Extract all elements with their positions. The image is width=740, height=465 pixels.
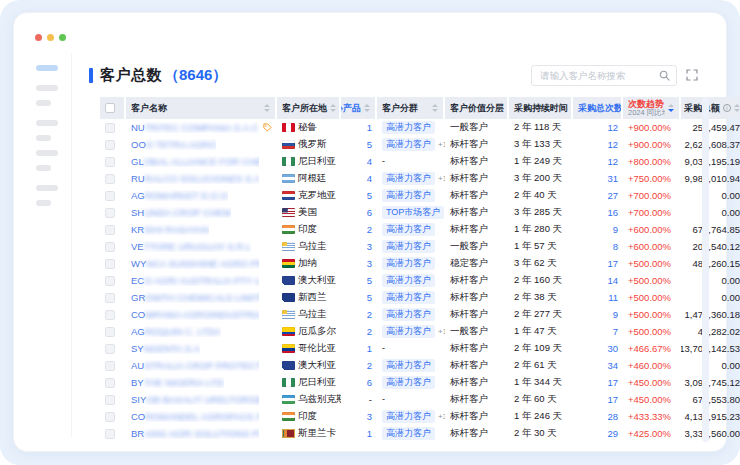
purchase-count[interactable]: 27	[573, 190, 623, 201]
customer-name-link[interactable]: ECO AGRI AUSTRALIA PTY LIMITED	[131, 275, 259, 286]
table-row[interactable]: COROMANDEL AGROPACK PRIVATE L... 印度 3 高潜…	[100, 408, 730, 425]
sort-icon-active[interactable]	[668, 104, 674, 112]
table-row[interactable]: VETTORE URUGUAY S.R.L 乌拉圭 3 高潜力客户 一般客户 1…	[100, 238, 730, 255]
customer-name-link[interactable]: AUSTRALIA CROP PROTECTION P...	[131, 360, 259, 371]
table-row[interactable]: NUTRITEC COMPANIA S.A.C 秘鲁 1 高潜力客户 一般客户 …	[100, 119, 730, 136]
row-checkbox[interactable]	[105, 412, 115, 422]
row-checkbox[interactable]	[105, 208, 115, 218]
sidebar-item[interactable]	[36, 165, 51, 171]
search-icon[interactable]	[659, 70, 670, 81]
customer-name-link[interactable]: AGROQUIN C. LTDA	[131, 326, 221, 337]
sidebar-item-active[interactable]	[36, 65, 58, 71]
fullscreen-icon[interactable]	[686, 69, 698, 81]
table-row[interactable]: AUSTRALIA CROP PROTECTION P... 澳大利亚 2 高潜…	[100, 357, 730, 374]
sidebar-item[interactable]	[36, 85, 58, 91]
purchase-count[interactable]: 12	[573, 122, 623, 133]
search-input[interactable]	[538, 69, 659, 82]
table-row[interactable]: GROWTH CHEMICALS LIMITED 新西兰 5 高潜力客户 标杆客…	[100, 289, 730, 306]
core-products-count[interactable]: 2	[367, 360, 372, 371]
purchase-count[interactable]: 8	[573, 241, 623, 252]
table-row[interactable]: ECO AGRI AUSTRALIA PTY LIMITED 澳大利亚 5 高潜…	[100, 272, 730, 289]
maximize-window-icon[interactable]	[59, 34, 66, 41]
row-checkbox[interactable]	[105, 361, 115, 371]
purchase-count[interactable]: 12	[573, 156, 623, 167]
row-checkbox[interactable]	[105, 123, 115, 133]
sidebar-item[interactable]	[36, 185, 58, 191]
sort-icon[interactable]	[264, 104, 270, 112]
customer-name-link[interactable]: OOO TETRA AGRO	[131, 139, 216, 150]
header-total-amount[interactable]: 采购总额 i	[681, 97, 740, 119]
core-products-count[interactable]: 5	[367, 139, 372, 150]
core-products-count[interactable]: 2	[367, 309, 372, 320]
customer-name-link[interactable]: GLOBAL ALLIANCE FOR CHEMICA...	[131, 156, 259, 167]
customer-name-link[interactable]: SIYOB BAXALIT URELTORGEX X...	[131, 394, 259, 405]
customer-name-link[interactable]: SYNGENTA S.A	[131, 343, 200, 354]
table-row[interactable]: COMPANIA AGROINDUSTRIAL ALIANZ R... 乌拉圭 …	[100, 306, 730, 323]
core-products-count[interactable]: 2	[367, 326, 372, 337]
purchase-count[interactable]: 9	[573, 309, 623, 320]
row-checkbox[interactable]	[105, 344, 115, 354]
sort-icon[interactable]	[432, 104, 438, 112]
core-products-count[interactable]: 5	[367, 190, 372, 201]
customer-name-link[interactable]: KRISHI RASAYAN	[131, 224, 209, 235]
header-segment[interactable]: 客户分群	[377, 97, 445, 119]
table-row[interactable]: AGROQUIN C. LTDA 厄瓜多尔 2 高潜力客户 +1 一般客户 1 …	[100, 323, 730, 340]
header-purchase-count[interactable]: 采购总次数	[573, 97, 623, 119]
customer-name-link[interactable]: AGROMARKET D.O.O	[131, 190, 228, 201]
row-checkbox[interactable]	[105, 395, 115, 405]
purchase-count[interactable]: 34	[573, 360, 623, 371]
row-checkbox[interactable]	[105, 225, 115, 235]
customer-name-link[interactable]: WYNCA SUNSHINE AGRO PROD...	[131, 258, 259, 269]
sort-icon[interactable]	[364, 104, 370, 112]
purchase-count[interactable]: 14	[573, 275, 623, 286]
sidebar-item[interactable]	[36, 100, 51, 106]
table-row[interactable]: SIYOB BAXALIT URELTORGEX X... 乌兹别克斯坦 - -…	[100, 391, 730, 408]
sort-icon[interactable]	[330, 104, 336, 112]
row-checkbox[interactable]	[105, 259, 115, 269]
core-products-count[interactable]: 5	[367, 292, 372, 303]
core-products-count[interactable]: 1	[367, 343, 372, 354]
sidebar-item[interactable]	[36, 135, 51, 141]
table-row[interactable]: OOO TETRA AGRO 俄罗斯 5 高潜力客户 +1 标杆客户 3 年 1…	[100, 136, 730, 153]
header-duration[interactable]: 采购持续时间	[509, 97, 573, 119]
customer-name-link[interactable]: RURALCO SOLUCIONES S.A	[131, 173, 259, 184]
table-row[interactable]: GLOBAL ALLIANCE FOR CHEMICA... 尼日利亚 4 - …	[100, 153, 730, 170]
row-checkbox[interactable]	[105, 327, 115, 337]
customer-name-link[interactable]: VETTORE URUGUAY S.R.L	[131, 241, 251, 252]
header-trend[interactable]: 次数趋势 2024 同比增长率	[623, 97, 681, 119]
core-products-count[interactable]: 3	[367, 258, 372, 269]
customer-name-link[interactable]: COROMANDEL AGROPACK PRIVATE L...	[131, 411, 259, 422]
purchase-count[interactable]: 16	[573, 207, 623, 218]
core-products-count[interactable]: 3	[367, 241, 372, 252]
purchase-count[interactable]: 30	[573, 343, 623, 354]
core-products-count[interactable]: 1	[367, 428, 372, 439]
row-checkbox[interactable]	[105, 174, 115, 184]
row-checkbox[interactable]	[105, 293, 115, 303]
table-row[interactable]: AGROMARKET D.O.O 克罗地亚 5 高潜力客户 标杆客户 2 年 4…	[100, 187, 730, 204]
info-icon[interactable]: i	[723, 104, 731, 112]
core-products-count[interactable]: 4	[367, 173, 372, 184]
vertical-scrollbar[interactable]	[702, 97, 709, 442]
core-products-count[interactable]: 6	[367, 377, 372, 388]
select-all-checkbox[interactable]	[105, 103, 115, 113]
sort-icon[interactable]	[734, 104, 740, 112]
purchase-count[interactable]: 31	[573, 173, 623, 184]
row-checkbox[interactable]	[105, 378, 115, 388]
sidebar-item[interactable]	[36, 150, 58, 156]
purchase-count[interactable]: 12	[573, 139, 623, 150]
purchase-count[interactable]: 17	[573, 258, 623, 269]
row-checkbox[interactable]	[105, 242, 115, 252]
row-checkbox[interactable]	[105, 157, 115, 167]
purchase-count[interactable]: 17	[573, 377, 623, 388]
purchase-count[interactable]: 28	[573, 411, 623, 422]
core-products-count[interactable]: 4	[367, 156, 372, 167]
sidebar-item[interactable]	[36, 200, 51, 206]
core-products-count[interactable]: 6	[367, 207, 372, 218]
purchase-count[interactable]: 29	[573, 428, 623, 439]
core-products-count[interactable]: 2	[367, 224, 372, 235]
row-checkbox[interactable]	[105, 310, 115, 320]
header-location[interactable]: 客户所在地	[277, 97, 341, 119]
table-row[interactable]: BRAINS AGRI SOLUTIONS PVT LTD 斯里兰卡 1 高潜力…	[100, 425, 730, 442]
sidebar-item[interactable]	[36, 120, 58, 126]
header-core-products[interactable]: 核心产品	[341, 97, 377, 119]
